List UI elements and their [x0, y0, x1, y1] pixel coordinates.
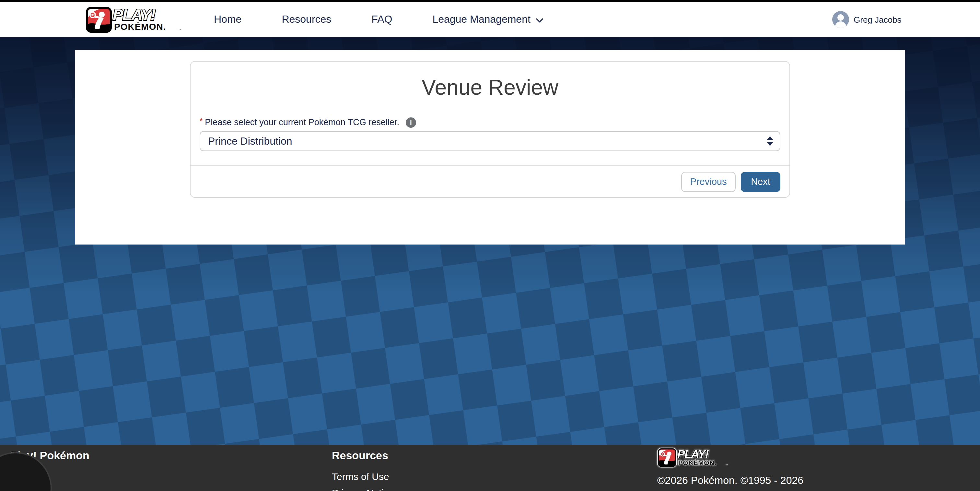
footer-logo-pokemon-text: POKÉMON. — [678, 459, 716, 466]
info-icon[interactable]: i — [406, 117, 416, 128]
reseller-label-row: * Please select your current Pokémon TCG… — [200, 117, 780, 128]
user-name: Greg Jacobs — [854, 14, 901, 24]
window-top-strip — [0, 0, 980, 2]
play-pokemon-logo[interactable]: PLAY! POKÉMON. ™ — [86, 6, 184, 33]
page-title: Venue Review — [191, 74, 789, 101]
logo-play-text: PLAY! — [113, 6, 156, 23]
footer-link-privacy-notice[interactable]: Privacy Notice — [332, 487, 394, 491]
header-nav: PLAY! POKÉMON. ™ Home Resources FAQ Leag… — [0, 2, 980, 37]
nav-league-management-label: League Management — [432, 14, 530, 25]
user-avatar-icon — [832, 11, 849, 28]
footer-logo-tm: ™ — [725, 464, 728, 467]
logo-tm: ™ — [178, 28, 181, 32]
user-menu[interactable]: Greg Jacobs — [832, 2, 980, 37]
select-stepper-icon — [767, 132, 773, 150]
reseller-label: Please select your current Pokémon TCG r… — [205, 117, 399, 127]
venue-review-card: Venue Review * Please select your curren… — [190, 61, 790, 198]
nav-item-resources[interactable]: Resources — [282, 14, 331, 25]
reseller-field: * Please select your current Pokémon TCG… — [200, 117, 780, 151]
reseller-select[interactable]: Prince Distribution — [200, 131, 780, 151]
footer-link-terms-of-use[interactable]: Terms of Use — [332, 471, 394, 483]
reseller-select-value: Prince Distribution — [200, 135, 292, 147]
nav-item-faq[interactable]: FAQ — [371, 14, 392, 25]
footer-logo-graphic: PLAY! POKÉMON. ™ — [657, 448, 730, 468]
footer-heading-resources: Resources — [332, 450, 394, 462]
previous-button[interactable]: Previous — [681, 172, 736, 192]
footer-play-pokemon-logo: PLAY! POKÉMON. ™ — [657, 448, 730, 468]
main-background: Venue Review * Please select your curren… — [0, 37, 980, 445]
footer-links-resources: Terms of Use Privacy Notice — [332, 471, 394, 491]
play-pokemon-logo-graphic: PLAY! POKÉMON. ™ — [86, 6, 184, 33]
page: PLAY! POKÉMON. ™ Home Resources FAQ Leag… — [0, 0, 980, 491]
footer-col-resources: Resources Terms of Use Privacy Notice — [332, 445, 394, 491]
content-panel: Venue Review * Please select your curren… — [75, 50, 905, 244]
footer-copyright: ©2026 Pokémon. ©1995 - 2026 — [657, 475, 803, 486]
card-footer: Previous Next — [191, 166, 789, 197]
nav-item-league-management[interactable]: League Management — [432, 14, 544, 25]
nav-links: Home Resources FAQ League Management — [214, 2, 544, 37]
required-asterisk: * — [200, 116, 203, 126]
next-button[interactable]: Next — [741, 172, 780, 192]
footer: Play! Pokémon Home Settings Resources Te… — [0, 445, 980, 491]
logo-pokemon-text: POKÉMON. — [114, 22, 166, 32]
chevron-down-icon — [536, 16, 544, 24]
footer-logo-play-text: PLAY! — [677, 448, 709, 460]
nav-item-home[interactable]: Home — [214, 14, 242, 25]
